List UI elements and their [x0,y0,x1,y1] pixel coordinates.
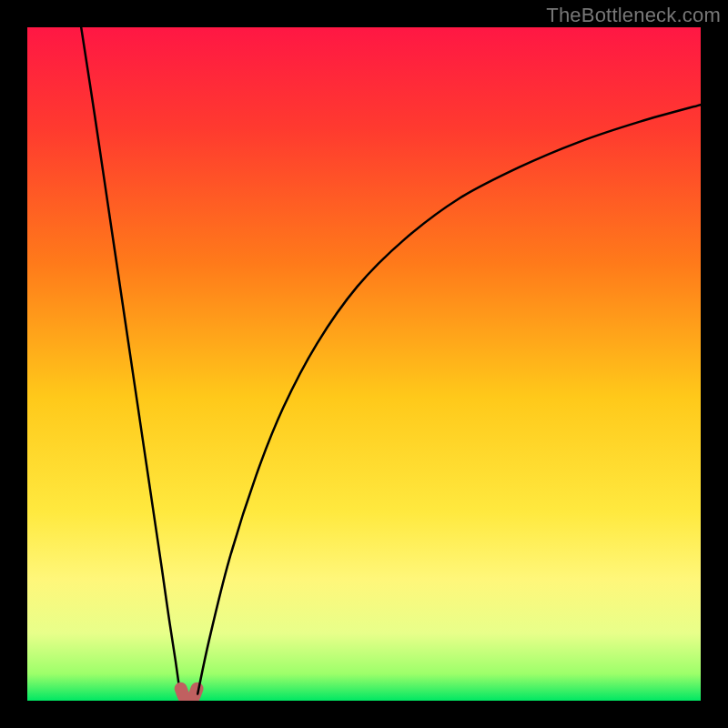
plot-area [27,27,701,701]
watermark-text: TheBottleneck.com [546,4,721,27]
chart-frame: TheBottleneck.com [0,0,728,728]
bottleneck-curve-chart [27,27,701,701]
gradient-background [27,27,701,701]
